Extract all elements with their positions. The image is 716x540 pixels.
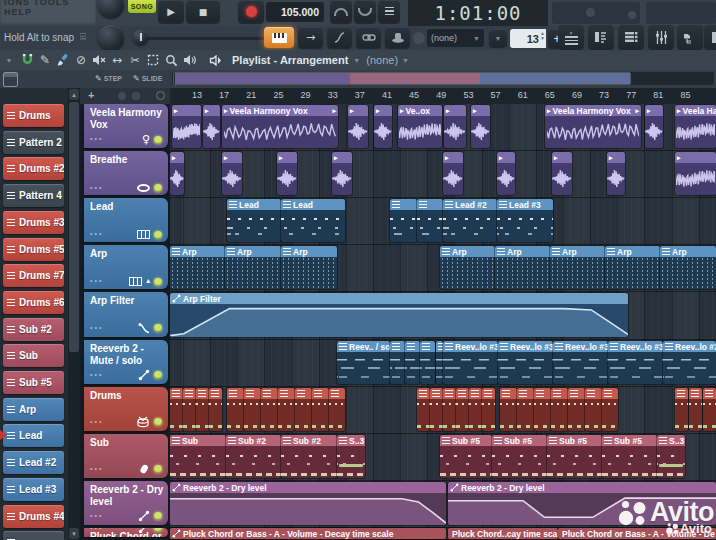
track-enable-led[interactable] [154,512,162,520]
clip-unnamed[interactable]: ▸ [471,105,490,148]
tap-tempo-button[interactable] [330,0,352,23]
track-header-breathe[interactable]: Breathe••• [84,151,168,195]
clip-unnamed[interactable] [517,388,534,431]
mute-tool-button[interactable] [90,52,108,68]
track-enable-led[interactable] [154,278,162,286]
track-enable-led[interactable] [154,465,162,473]
pattern-item-Drums #6[interactable]: Drums #6 [3,291,64,314]
track-header-reeverb-2-mute-solo[interactable]: Reeverb 2 - Mute / solo••• [84,340,168,384]
pattern-item-Drums #5[interactable]: Drums #5 [3,238,64,261]
clip-arp[interactable]: Arp [440,246,495,289]
track-row-5[interactable]: Arp Filter [170,292,716,340]
clip-pluck-chord-cay-time-scale[interactable]: Pluck Chord..cay time scale [448,528,558,539]
clip-sub-2[interactable]: Sub #2 [281,435,337,478]
track-enable-led[interactable] [154,231,162,239]
pattern-item-Drums #2[interactable]: Drums #2 [3,157,64,180]
pattern-number-box[interactable]: 13 ▲▼ [510,29,546,48]
window-icon[interactable] [3,72,18,87]
clip-unnamed[interactable] [183,388,196,431]
clip-sub-5[interactable]: Sub #5 [440,435,492,478]
clip-unnamed[interactable] [689,388,702,431]
track-header-arp-filter[interactable]: Arp Filter••• [84,292,168,337]
marker-dropdown-button[interactable]: ▼ [489,29,507,47]
metronome-button[interactable] [378,0,400,23]
browser-window-button[interactable] [677,24,703,50]
time-display[interactable]: 1:01:00 [408,0,548,26]
clip-unnamed[interactable] [500,388,517,431]
clip-unnamed[interactable]: ▸ [277,152,297,195]
track-header-lead[interactable]: Lead••• [84,198,168,242]
clip-unnamed[interactable] [703,388,716,431]
track-header-arp[interactable]: Arp•••▴ [84,245,168,289]
slide-toggle[interactable]: ✎ SLIDE [133,74,162,83]
clip-unnamed[interactable] [602,388,618,431]
clip-lead[interactable]: Lead [281,199,345,242]
clip-ve-ox[interactable]: ▸Ve..ox [398,105,442,148]
clip-sub-5[interactable]: Sub #5 [602,435,657,478]
pattern-scrollbar[interactable]: ▲ ▼ [68,88,80,540]
clip-unnamed[interactable]: ▸ [645,105,663,148]
channel-rack-window-button[interactable] [618,24,644,50]
clip-sub-5[interactable]: Sub #5 [547,435,602,478]
clip-unnamed[interactable] [443,388,456,431]
clip-unnamed[interactable] [675,388,688,431]
slice-tool-button[interactable]: ✂ [126,52,144,68]
clip-unnamed[interactable] [482,388,495,431]
clip-unnamed[interactable] [196,388,209,431]
clip-unnamed[interactable] [170,388,183,431]
clip-unnamed[interactable]: ▸ [172,105,201,148]
clip-unnamed[interactable]: ▸ [497,152,515,195]
clip-reeverb-2-dry-level[interactable]: Reeverb 2 - Dry level [170,482,446,525]
clip-lead[interactable]: Lead [227,199,281,242]
clip-unnamed[interactable]: ▸ [443,152,463,195]
clip-reev-lo-3[interactable]: Reev..lo #3 [498,341,553,384]
clip-reev-lo-3[interactable]: Reev..lo #3 [663,341,716,384]
clip-unnamed[interactable] [227,388,244,431]
record-button[interactable] [238,0,264,23]
clip-arp[interactable]: Arp [170,246,225,289]
playlist-menu-button[interactable]: ▼ [0,52,18,68]
clip-unnamed[interactable] [568,388,585,431]
pattern-item-Pattern 2[interactable]: Pattern 2 [3,131,64,154]
slip-tool-button[interactable]: ↔ [108,52,126,68]
snap-magnet-button[interactable] [18,52,36,68]
play-button[interactable]: ▶ [158,0,184,23]
clip-unnamed[interactable] [261,388,278,431]
clip-unnamed[interactable] [417,199,443,242]
pattern-item-Drums #3[interactable]: Drums #3 [3,211,64,234]
clip-unnamed[interactable] [209,388,222,431]
clip-unnamed[interactable] [534,388,551,431]
scrollbar-thumb[interactable] [173,72,631,85]
track-enable-led[interactable] [154,136,162,144]
wait-input-button[interactable] [354,0,376,23]
clip-unnamed[interactable]: ▸ [203,105,220,148]
piano-roll-window-button[interactable] [588,24,614,50]
clip-unnamed[interactable] [278,388,295,431]
clip-reev-lo-3[interactable]: Reev..lo #3 [443,341,498,384]
clip-unnamed[interactable] [585,388,602,431]
chevron-down-icon[interactable]: ▼ [402,57,409,64]
clip-lead-2[interactable]: Lead #2 [443,199,497,242]
clip-arp[interactable]: Arp [225,246,281,289]
track-enable-led[interactable] [154,324,162,332]
playback-tool-button[interactable] [180,52,198,68]
clip-sub-2[interactable]: Sub #2 [226,435,281,478]
clip-arp[interactable]: Arp [605,246,660,289]
clip-unnamed[interactable] [417,388,430,431]
pattern-item-Lead[interactable]: Lead [3,424,64,447]
pattern-item-Pattern 4[interactable]: Pattern 4 [3,184,64,207]
track-enable-led[interactable] [154,184,162,192]
clip-unnamed[interactable]: ▸ [348,105,368,148]
clip-veela-harmony-vox[interactable]: ▸Veela Harmony Vox▸ [222,105,338,148]
clip-reev-lo-3[interactable]: Reev..lo #3 [553,341,608,384]
clip-unnamed[interactable] [390,341,405,384]
clip-sub[interactable]: Sub [170,435,226,478]
scroll-down-button[interactable]: ▼ [69,528,79,539]
clip-unnamed[interactable] [329,388,345,431]
track-header-pluck-chord-or[interactable]: Pluck Chord or••• [84,528,168,537]
main-volume-knob[interactable] [98,0,124,18]
clip-arp[interactable]: Arp [281,246,337,289]
arrangement-none-label[interactable]: (none) [366,54,398,66]
clip-arp[interactable]: Arp [495,246,550,289]
shuffle-slider-thumb[interactable] [133,30,148,45]
